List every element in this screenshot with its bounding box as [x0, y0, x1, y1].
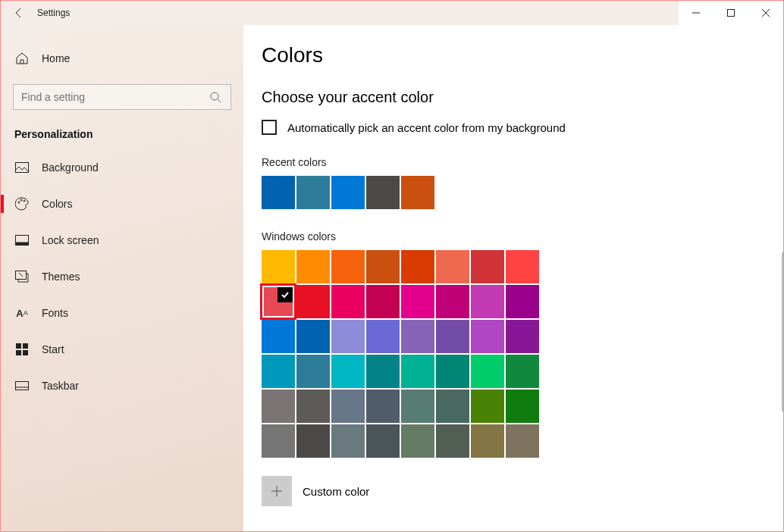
color-swatch[interactable]	[331, 355, 365, 388]
color-swatch[interactable]	[401, 390, 434, 423]
color-swatch[interactable]	[331, 320, 365, 353]
color-swatch[interactable]	[296, 355, 330, 388]
color-swatch[interactable]	[471, 250, 504, 283]
color-swatch[interactable]	[401, 250, 434, 283]
search-input[interactable]	[21, 91, 203, 103]
nav-colors[interactable]: Colors	[1, 186, 243, 222]
color-swatch[interactable]	[331, 424, 365, 458]
color-swatch[interactable]	[436, 320, 469, 353]
section-header: Personalization	[1, 110, 243, 149]
maximize-button[interactable]	[713, 1, 748, 25]
color-swatch[interactable]	[262, 424, 295, 458]
nav-start[interactable]: Start	[1, 331, 243, 368]
color-swatch[interactable]	[331, 285, 365, 318]
picture-icon	[14, 160, 30, 175]
nav-lock-screen[interactable]: Lock screen	[1, 222, 243, 258]
color-swatch[interactable]	[262, 390, 295, 423]
color-swatch[interactable]	[506, 390, 539, 423]
taskbar-icon	[14, 378, 30, 393]
recent-color-swatch[interactable]	[262, 176, 295, 209]
windows-colors-grid	[262, 250, 765, 458]
color-swatch[interactable]	[366, 424, 400, 458]
lock-screen-icon	[14, 233, 30, 248]
svg-point-7	[18, 202, 20, 203]
color-swatch[interactable]	[506, 355, 539, 388]
color-swatch[interactable]	[366, 250, 400, 283]
color-swatch[interactable]	[366, 285, 400, 318]
home-icon	[14, 51, 30, 66]
color-swatch[interactable]	[506, 424, 539, 458]
color-swatch[interactable]	[262, 250, 295, 283]
svg-point-8	[20, 199, 22, 201]
color-swatch[interactable]	[436, 285, 469, 318]
color-swatch[interactable]	[331, 250, 365, 283]
home-link[interactable]: Home	[1, 42, 243, 75]
svg-rect-17	[16, 382, 29, 390]
recent-color-swatch[interactable]	[401, 176, 434, 209]
color-swatch[interactable]	[471, 424, 504, 458]
minimize-button[interactable]	[679, 1, 713, 25]
color-swatch[interactable]	[436, 355, 469, 388]
nav-fonts[interactable]: AA Fonts	[1, 295, 243, 331]
nav-label: Start	[42, 343, 64, 355]
color-swatch[interactable]	[366, 390, 400, 423]
svg-rect-15	[16, 350, 21, 355]
auto-pick-checkbox[interactable]	[262, 120, 277, 135]
check-icon	[278, 287, 293, 302]
auto-pick-row[interactable]: Automatically pick an accent color from …	[262, 120, 765, 135]
nav-themes[interactable]: Themes	[1, 258, 243, 295]
color-swatch[interactable]	[296, 320, 330, 353]
color-swatch[interactable]	[401, 424, 434, 458]
nav-background[interactable]: Background	[1, 149, 243, 186]
recent-color-swatch[interactable]	[296, 176, 330, 209]
palette-icon	[14, 196, 30, 211]
color-swatch[interactable]	[262, 355, 295, 388]
color-swatch[interactable]	[506, 250, 539, 283]
close-button[interactable]	[748, 1, 783, 25]
color-swatch[interactable]	[366, 355, 400, 388]
color-swatch[interactable]	[471, 390, 504, 423]
color-swatch[interactable]	[471, 320, 504, 353]
color-swatch[interactable]	[401, 355, 434, 388]
custom-color-button[interactable]	[262, 476, 292, 506]
color-swatch[interactable]	[296, 390, 330, 423]
nav-label: Background	[42, 161, 99, 174]
nav-label: Lock screen	[42, 234, 99, 246]
color-swatch[interactable]	[506, 285, 539, 318]
back-button[interactable]	[1, 1, 37, 25]
color-swatch[interactable]	[471, 285, 504, 318]
search-box[interactable]	[13, 84, 231, 110]
nav-label: Themes	[42, 271, 80, 283]
nav-label: Taskbar	[42, 380, 79, 392]
nav-taskbar[interactable]: Taskbar	[1, 368, 243, 404]
recent-colors-label: Recent colors	[262, 156, 765, 168]
color-swatch[interactable]	[436, 250, 469, 283]
custom-color-row[interactable]: Custom color	[262, 476, 765, 506]
windows-colors-label: Windows colors	[262, 230, 765, 243]
recent-colors-row	[262, 176, 765, 209]
scrollbar[interactable]	[782, 252, 783, 412]
color-swatch[interactable]	[471, 355, 504, 388]
color-swatch[interactable]	[506, 320, 539, 353]
color-swatch[interactable]	[262, 285, 295, 318]
color-swatch[interactable]	[331, 390, 365, 423]
color-swatch[interactable]	[366, 320, 400, 353]
color-swatch[interactable]	[262, 320, 295, 353]
color-swatch[interactable]	[296, 285, 330, 318]
color-swatch[interactable]	[436, 390, 469, 423]
custom-color-label: Custom color	[303, 485, 369, 498]
color-swatch[interactable]	[401, 320, 434, 353]
nav-label: Colors	[42, 198, 72, 210]
fonts-icon: AA	[14, 305, 30, 321]
color-swatch[interactable]	[296, 250, 330, 283]
recent-color-swatch[interactable]	[331, 176, 365, 209]
auto-pick-label: Automatically pick an accent color from …	[287, 121, 566, 134]
color-swatch[interactable]	[401, 285, 434, 318]
svg-rect-14	[23, 343, 28, 349]
svg-rect-13	[16, 343, 21, 349]
color-swatch[interactable]	[296, 424, 330, 458]
search-icon	[208, 89, 223, 105]
recent-color-swatch[interactable]	[366, 176, 400, 209]
color-swatch[interactable]	[436, 424, 469, 458]
window-title: Settings	[37, 8, 70, 18]
